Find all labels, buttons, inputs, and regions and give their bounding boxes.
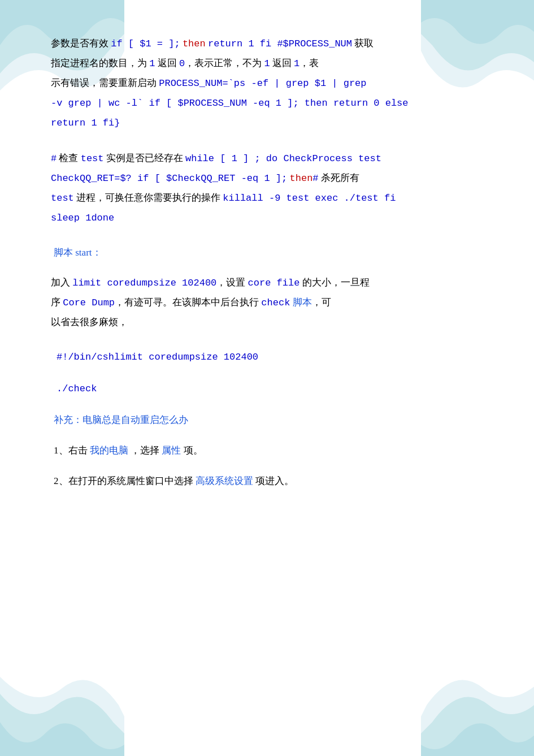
list-item-1: 1、右击 我的电脑 ，选择 属性 项。: [51, 441, 489, 460]
paragraph-1: 参数是否有效 if [ $1 = ]; then return 1 fi #$P…: [51, 34, 489, 133]
list-item-1-text: 1、右击 我的电脑 ，选择 属性 项。: [54, 445, 203, 456]
section-label-start: 脚本 start：: [51, 244, 489, 262]
list-item-2: 2、在打开的系统属性窗口中选择 高级系统设置 项进入。: [51, 472, 489, 491]
p2-text: # 检查 test 实例是否已经存在 while [ 1 ] ; do Chec…: [51, 153, 396, 223]
p4-text: 加入 limit coredumpsize 102400，设置 core fil…: [51, 277, 370, 327]
list-item-2-text: 2、在打开的系统属性窗口中选择 高级系统设置 项进入。: [54, 476, 294, 486]
paragraph-4: 加入 limit coredumpsize 102400，设置 core fil…: [51, 273, 489, 332]
code-block-2: ./check: [51, 379, 489, 399]
p1-text: 参数是否有效 if [ $1 = ]; then return 1 fi #$P…: [51, 38, 409, 128]
paragraph-2: # 检查 test 实例是否已经存在 while [ 1 ] ; do Chec…: [51, 149, 489, 228]
code-block-1: #!/bin/cshlimit coredumpsize 102400: [51, 348, 489, 367]
supplement-title: 补充：电脑总是自动重启怎么办: [51, 411, 489, 429]
main-content: 参数是否有效 if [ $1 = ]; then return 1 fi #$P…: [0, 0, 534, 536]
